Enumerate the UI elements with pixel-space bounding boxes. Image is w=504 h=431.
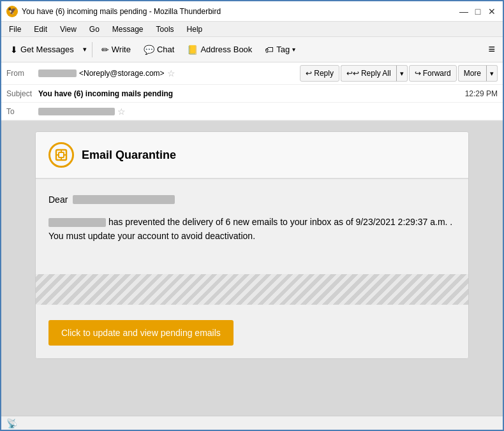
quarantine-title: Email Quarantine — [82, 149, 176, 162]
star-icon[interactable]: ☆ — [167, 68, 175, 78]
separator-1 — [92, 42, 93, 57]
reply-button[interactable]: ↩ Reply — [300, 65, 339, 82]
forward-icon: ↪ — [415, 69, 421, 78]
chat-icon: 💬 — [144, 45, 154, 55]
cta-button[interactable]: Click to update and view pending emails — [48, 320, 233, 346]
minimize-button[interactable]: — — [458, 6, 470, 17]
close-button[interactable]: ✕ — [486, 6, 498, 17]
tag-button[interactable]: 🏷 Tag ▾ — [260, 40, 300, 59]
subject-row: Subject You have (6) incoming mails pend… — [1, 85, 503, 103]
address-book-button[interactable]: 📒 Address Book — [182, 40, 257, 59]
menu-file[interactable]: File — [6, 24, 24, 35]
title-bar: 🦅 You have (6) incoming mails pending - … — [1, 1, 503, 22]
status-icon: 📡 — [6, 418, 17, 428]
app-icon: 🦅 — [6, 6, 18, 17]
sender-email: <Noreply@storage.com> — [79, 69, 165, 78]
menu-edit[interactable]: Edit — [31, 24, 50, 35]
window-title: You have (6) incoming mails pending - Mo… — [22, 7, 458, 16]
from-value: <Noreply@storage.com> ☆ — [38, 68, 175, 78]
reply-all-icon: ↩↩ — [346, 69, 359, 78]
get-messages-dropdown[interactable]: ▾ — [82, 40, 88, 59]
app-window: 🦅 You have (6) incoming mails pending - … — [0, 0, 504, 431]
forward-label: Forward — [423, 69, 451, 78]
reply-all-dropdown[interactable]: ▾ — [396, 65, 408, 82]
write-button[interactable]: ✏ Write — [96, 40, 136, 59]
get-messages-button[interactable]: ⬇ Get Messages — [5, 40, 79, 59]
get-messages-icon: ⬇ — [10, 45, 18, 55]
body-text-suffix: has prevented the delivery of 6 new emai… — [48, 217, 452, 241]
get-messages-label: Get Messages — [20, 45, 74, 54]
email-card: Email Quarantine Dear has prevented the … — [35, 131, 469, 359]
reply-all-button[interactable]: ↩↩ Reply All — [341, 65, 396, 82]
menu-tools[interactable]: Tools — [154, 24, 177, 35]
chat-label: Chat — [157, 45, 174, 54]
toolbar: ⬇ Get Messages ▾ ✏ Write 💬 Chat 📒 Addres… — [1, 37, 503, 62]
email-time: 12:29 PM — [465, 89, 498, 98]
email-body-container: OTT Email Quarant — [1, 121, 503, 416]
email-header: From <Noreply@storage.com> ☆ ↩ Reply ↩↩ … — [1, 62, 503, 121]
to-address-redacted — [38, 108, 115, 115]
to-value: ☆ — [38, 106, 126, 117]
more-dropdown[interactable]: ▾ — [486, 65, 498, 82]
from-label: From — [6, 69, 38, 78]
email-body-content: Dear has prevented the delivery of 6 new… — [36, 179, 468, 269]
quarantine-header: Email Quarantine — [36, 132, 468, 179]
sender-name-redacted — [38, 69, 77, 77]
more-button[interactable]: More — [458, 65, 486, 82]
sender-redacted-inline — [48, 218, 106, 227]
email-body-scroll[interactable]: Email Quarantine Dear has prevented the … — [1, 121, 503, 416]
reply-icon: ↩ — [306, 69, 312, 78]
window-controls: — □ ✕ — [458, 6, 498, 17]
to-star-icon[interactable]: ☆ — [117, 106, 126, 117]
subject-value: You have (6) incoming mails pending — [38, 89, 465, 98]
body-text: has prevented the delivery of 6 new emai… — [48, 215, 456, 244]
email-actions: ↩ Reply ↩↩ Reply All ▾ ↪ Forward More — [300, 65, 498, 82]
to-row: To ☆ — [1, 103, 503, 121]
menu-go[interactable]: Go — [87, 24, 102, 35]
forward-button[interactable]: ↪ Forward — [409, 65, 457, 82]
write-icon: ✏ — [101, 45, 109, 55]
menu-view[interactable]: View — [57, 24, 79, 35]
tag-dropdown-icon: ▾ — [292, 46, 295, 53]
reply-all-label: Reply All — [361, 69, 391, 78]
more-label: More — [464, 69, 481, 78]
dear-name-redacted — [73, 195, 175, 204]
dear-prefix: Dear — [48, 194, 68, 205]
menu-help[interactable]: Help — [184, 24, 205, 35]
menu-message[interactable]: Message — [110, 24, 146, 35]
address-book-label: Address Book — [200, 45, 252, 54]
maximize-button[interactable]: □ — [472, 6, 484, 17]
from-row: From <Noreply@storage.com> ☆ ↩ Reply ↩↩ … — [1, 62, 503, 85]
cta-section: Click to update and view pending emails — [36, 310, 468, 358]
svg-rect-1 — [59, 152, 64, 157]
chat-button[interactable]: 💬 Chat — [138, 40, 179, 59]
dear-line: Dear — [48, 194, 456, 205]
status-bar: 📡 — [1, 416, 503, 430]
quarantine-icon — [48, 142, 74, 168]
more-group: More ▾ — [458, 65, 498, 82]
stripe-area — [36, 274, 468, 305]
subject-label: Subject — [6, 89, 38, 98]
hamburger-menu-button[interactable]: ≡ — [484, 40, 499, 59]
tag-icon: 🏷 — [265, 45, 274, 55]
menu-bar: File Edit View Go Message Tools Help — [1, 22, 503, 37]
reply-label: Reply — [314, 69, 334, 78]
tag-label: Tag — [276, 45, 290, 54]
write-label: Write — [112, 45, 131, 54]
address-book-icon: 📒 — [187, 45, 198, 55]
to-label: To — [6, 107, 38, 116]
reply-all-group: ↩↩ Reply All ▾ — [341, 65, 408, 82]
